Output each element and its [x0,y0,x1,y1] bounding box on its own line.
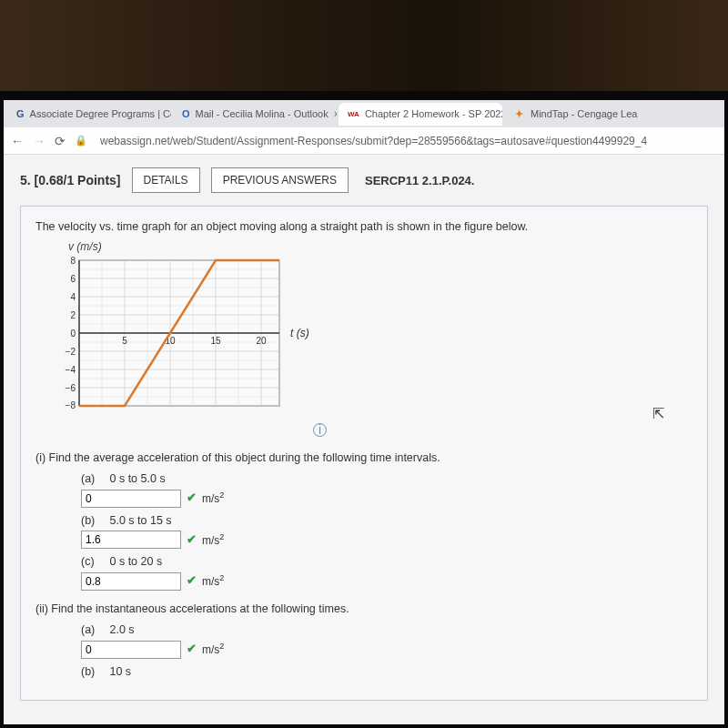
page-content: 5. [0.68/1 Points] DETAILS PREVIOUS ANSW… [4,155,724,724]
svg-text:20: 20 [256,336,267,346]
lock-icon: 🔒 [75,135,87,147]
info-icon[interactable]: i [313,423,327,437]
answer-input-i-c[interactable] [81,572,181,591]
previous-answers-button[interactable]: PREVIOUS ANSWERS [211,167,349,193]
unit-label: m/s2 [202,490,224,507]
sub-ii-a: (a) 2.0 s [81,622,693,639]
svg-text:0: 0 [70,329,76,339]
favicon-mindtap: ✦ [513,108,525,120]
part-ii: (ii) Find the instantaneous acceleration… [35,602,693,681]
graph-container: v (m/s) [54,239,693,440]
part-i: (i) Find the average acceleration of thi… [35,450,693,591]
back-icon[interactable]: ← [11,134,24,148]
sub-c: (c) 0 s to 20 s [81,554,693,571]
graph-x-axis-label: t (s) [290,327,309,339]
screen: G Associate Degree Programs | Co × O Mai… [4,100,724,724]
browser-tab-2[interactable]: WA Chapter 2 Homework - SP 2022 × [339,103,502,126]
monitor-frame: G Associate Degree Programs | Co × O Mai… [0,91,728,728]
url-text[interactable]: webassign.net/web/Student/Assignment-Res… [100,135,717,147]
check-icon: ✔ [187,641,197,657]
svg-text:5: 5 [122,336,127,346]
address-bar: ← → ⟳ 🔒 webassign.net/web/Student/Assign… [4,127,724,155]
tab-title: Associate Degree Programs | Co [30,108,171,119]
unit-label: m/s2 [202,572,224,590]
browser-tab-strip: G Associate Degree Programs | Co × O Mai… [4,100,724,127]
browser-tab-0[interactable]: G Associate Degree Programs | Co × [7,103,171,126]
question-reference: SERCP11 2.1.P.024. [365,174,474,187]
svg-text:−6: −6 [66,383,76,393]
question-prompt: The velocity vs. time graph for an objec… [35,219,693,236]
question-number: 5. [0.68/1 Points] [20,173,121,187]
check-icon: ✔ [187,572,197,589]
svg-text:−2: −2 [66,347,76,357]
svg-text:−8: −8 [66,400,76,410]
tab-title: Mail - Cecilia Molina - Outlook [196,108,329,119]
details-button[interactable]: DETAILS [132,167,200,193]
tab-title: Chapter 2 Homework - SP 2022 [365,108,502,119]
favicon-outlook: O [182,108,190,120]
svg-text:8: 8 [70,256,76,266]
part-i-prompt: (i) Find the average acceleration of thi… [35,450,693,467]
svg-text:−4: −4 [66,365,76,375]
favicon-webassign: WA [348,108,359,120]
answer-input-i-a[interactable] [81,490,181,508]
sub-ii-b: (b) 10 s [81,664,693,681]
graph-y-axis-label: v (m/s) [68,239,693,255]
sub-a: (a) 0 s to 5.0 s [81,471,693,488]
reload-icon[interactable]: ⟳ [55,134,66,148]
svg-text:4: 4 [70,292,76,302]
check-icon: ✔ [187,531,197,548]
unit-label: m/s2 [202,641,224,658]
answer-input-ii-a[interactable] [81,641,181,659]
unit-label: m/s2 [202,531,224,549]
sub-b: (b) 5.0 s to 15 s [81,513,693,530]
svg-text:2: 2 [70,310,76,320]
forward-icon[interactable]: → [33,134,46,148]
tab-title: MindTap - Cengage Lea [531,108,637,119]
part-ii-prompt: (ii) Find the instantaneous acceleration… [35,602,693,618]
mouse-cursor-icon: ⇱ [652,405,664,422]
question-header: 5. [0.68/1 Points] DETAILS PREVIOUS ANSW… [20,167,708,193]
question-box: The velocity vs. time graph for an objec… [20,206,708,701]
browser-tab-1[interactable]: O Mail - Cecilia Molina - Outlook × [173,103,337,126]
svg-text:15: 15 [210,336,221,346]
close-icon[interactable]: × [334,108,337,119]
answer-input-i-b[interactable] [81,531,181,549]
check-icon: ✔ [187,490,197,506]
velocity-time-graph: 8 6 4 2 0 −2 −4 −6 −8 5 10 [54,256,327,420]
svg-text:6: 6 [70,274,76,284]
favicon-google: G [16,108,25,120]
browser-tab-3[interactable]: ✦ MindTap - Cengage Lea [504,103,646,126]
